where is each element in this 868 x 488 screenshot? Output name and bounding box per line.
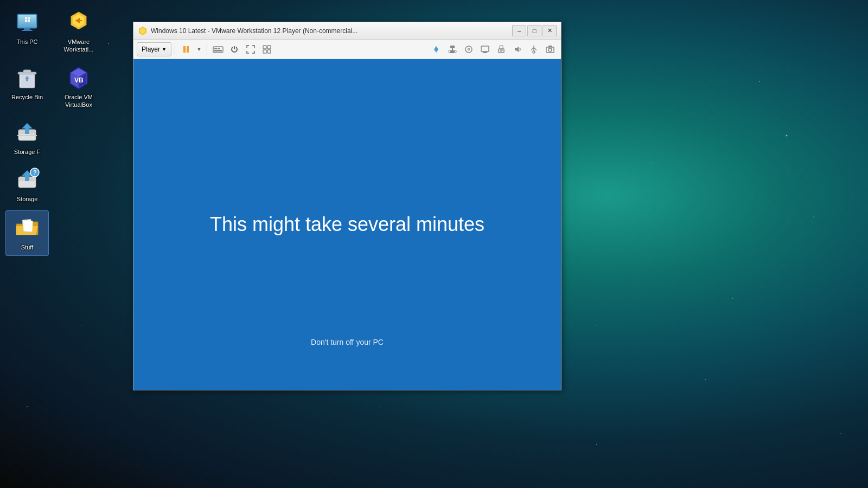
player-label: Player — [142, 46, 160, 53]
desktop-icon-storage[interactable]: ? Storage — [5, 163, 49, 207]
svg-text:VB: VB — [74, 76, 84, 84]
desktop-icon-virtualbox[interactable]: VB Oracle VM VirtualBox — [57, 61, 100, 113]
svg-rect-70 — [548, 46, 552, 47]
power-button[interactable] — [227, 42, 242, 56]
virtualbox-icon: VB — [66, 65, 92, 91]
desktop-icon-vmware[interactable]: VMware Workstati... — [57, 5, 100, 58]
svg-rect-39 — [213, 47, 223, 53]
stuff-icon — [14, 215, 40, 241]
player-dropdown-icon: ▼ — [162, 47, 167, 52]
svg-rect-7 — [25, 20, 27, 22]
svg-rect-6 — [28, 17, 30, 20]
svg-text:?: ? — [33, 169, 37, 176]
svg-point-66 — [531, 49, 532, 50]
svg-rect-44 — [267, 46, 271, 49]
storage-f-icon — [14, 120, 40, 146]
virtualbox-label: Oracle VM VirtualBox — [59, 93, 98, 109]
svg-rect-38 — [187, 46, 189, 53]
window-controls: – □ ✕ — [512, 25, 557, 36]
stuff-label: Stuff — [21, 243, 33, 251]
toolbar-sep-2 — [207, 43, 207, 55]
snapshot-button[interactable] — [542, 42, 558, 56]
svg-marker-47 — [434, 46, 438, 49]
svg-rect-43 — [263, 46, 266, 49]
svg-rect-3 — [24, 28, 30, 30]
svg-rect-51 — [452, 48, 453, 50]
svg-rect-63 — [500, 52, 502, 52]
desktop-icon-stuff[interactable]: Stuff — [5, 210, 49, 256]
storage-label: Storage — [17, 195, 38, 203]
svg-marker-48 — [434, 49, 438, 53]
display-button[interactable] — [477, 42, 493, 56]
storage-f-label: Storage F — [14, 148, 40, 156]
minimize-button[interactable]: – — [512, 25, 526, 36]
svg-rect-5 — [25, 17, 27, 20]
desktop: This PC VMware Workstati... — [0, 0, 868, 488]
svg-rect-8 — [28, 20, 30, 22]
print-button[interactable] — [494, 42, 509, 56]
unity-button[interactable] — [259, 42, 275, 56]
player-menu-button[interactable]: Player ▼ — [137, 42, 171, 56]
svg-point-67 — [535, 49, 537, 50]
toolbar: Player ▼ ▼ — [133, 40, 561, 59]
svg-rect-58 — [483, 52, 487, 53]
svg-rect-41 — [218, 48, 220, 49]
svg-rect-45 — [263, 50, 266, 53]
fullscreen-button[interactable] — [243, 42, 258, 56]
desktop-icon-this-pc[interactable]: This PC — [5, 5, 49, 58]
title-bar: Windows 10 Latest - VMware Workstation 1… — [133, 22, 561, 40]
svg-rect-42 — [214, 50, 222, 52]
toolbar-sep-1 — [175, 43, 175, 55]
maximize-button[interactable]: □ — [527, 25, 541, 36]
close-button[interactable]: ✕ — [542, 25, 557, 36]
svg-point-65 — [533, 51, 535, 53]
svg-rect-62 — [500, 50, 503, 51]
this-pc-icon — [14, 10, 40, 36]
svg-marker-64 — [515, 47, 519, 52]
svg-rect-37 — [183, 46, 186, 53]
pause-dropdown-button[interactable]: ▼ — [195, 42, 203, 56]
svg-rect-50 — [450, 46, 455, 48]
send-ctrl-alt-del-button[interactable] — [210, 42, 226, 56]
quick-switch-button[interactable] — [429, 42, 444, 56]
svg-rect-46 — [267, 50, 271, 53]
desktop-icons-container: This PC VMware Workstati... — [5, 5, 106, 256]
vmware-window: Windows 10 Latest - VMware Workstation 1… — [133, 22, 561, 390]
vm-sub-message: Don't turn off your PC — [311, 338, 384, 346]
recycle-bin-label: Recycle Bin — [11, 93, 43, 101]
svg-rect-40 — [214, 48, 217, 49]
svg-rect-57 — [481, 46, 489, 52]
title-bar-icon — [138, 26, 148, 36]
this-pc-label: This PC — [16, 38, 37, 46]
usb-button[interactable] — [526, 42, 541, 56]
svg-rect-4 — [22, 30, 33, 31]
pause-button[interactable] — [178, 42, 194, 56]
svg-rect-34 — [23, 220, 33, 232]
desktop-icon-recycle-bin[interactable]: Recycle Bin — [5, 61, 49, 113]
storage-icon: ? — [14, 167, 40, 193]
title-bar-text: Windows 10 Latest - VMware Workstation 1… — [151, 27, 509, 35]
svg-point-56 — [468, 49, 469, 50]
svg-point-69 — [548, 48, 552, 52]
svg-rect-59 — [482, 53, 488, 53]
svg-rect-16 — [23, 70, 31, 73]
vm-main-message: This might take several minutes — [210, 213, 484, 236]
network-button[interactable] — [445, 42, 460, 56]
recycle-bin-icon — [14, 65, 40, 91]
sound-button[interactable] — [510, 42, 525, 56]
vmware-icon — [66, 10, 92, 36]
svg-rect-25 — [17, 135, 37, 136]
vmware-label: VMware Workstati... — [59, 38, 98, 54]
vm-screen[interactable]: This might take several minutes Don't tu… — [133, 59, 561, 390]
desktop-icon-storage-f[interactable]: Storage F — [5, 115, 49, 160]
cd-dvd-button[interactable] — [461, 42, 476, 56]
